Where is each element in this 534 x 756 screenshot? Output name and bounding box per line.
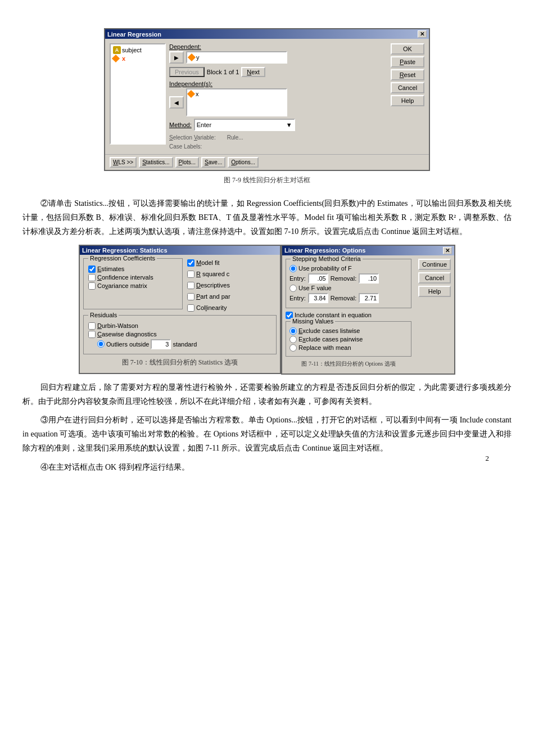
descriptives-checkbox[interactable]: [187, 282, 194, 289]
dependent-field-row: ▶ y: [169, 51, 387, 64]
outliers-label: Outliers outside: [106, 341, 149, 348]
f-entry-label: Entry:: [289, 295, 306, 302]
wls-label: WLS >>: [113, 159, 133, 165]
r-squared-row: R squared c: [187, 271, 277, 278]
casewise-row: Casewise diagnostics: [88, 331, 271, 338]
exclude-pairwise-radio[interactable]: [289, 336, 297, 343]
use-f-radio[interactable]: [289, 285, 297, 292]
dependent-label: Dependent:: [169, 43, 387, 50]
outliers-radio[interactable]: [97, 340, 105, 348]
reset-button[interactable]: Reset: [391, 69, 424, 80]
dependent-arrow-button[interactable]: ▶: [169, 51, 184, 64]
durbin-checkbox[interactable]: [88, 322, 96, 330]
paste-button[interactable]: Paste: [391, 56, 424, 68]
f-entry-row: Entry: Removal:: [289, 293, 408, 303]
next-button[interactable]: Next: [241, 67, 265, 77]
model-fit-section: Model fit R squared c Descriptives: [187, 258, 277, 313]
page-content: Linear Regression ✕ A subject x: [22, 28, 512, 474]
page-number: 2: [486, 454, 490, 463]
part-checkbox[interactable]: [187, 293, 194, 300]
r-squared-label: R squared c: [196, 271, 229, 277]
opts-dialog-title: Linear Regression: Options: [284, 247, 365, 254]
previous-button[interactable]: Previous: [169, 67, 205, 77]
outliers-value-input[interactable]: [151, 339, 171, 349]
collinearity-checkbox[interactable]: [187, 304, 194, 312]
standard-label: standard: [173, 341, 197, 348]
entry-row: Entry: Removal:: [289, 273, 408, 284]
dialog-close-button[interactable]: ✕: [418, 30, 427, 38]
method-select[interactable]: Enter ▼: [194, 119, 295, 131]
f-removal-input[interactable]: [359, 293, 379, 303]
entry-label: Entry:: [289, 275, 306, 282]
casewise-checkbox[interactable]: [88, 331, 96, 338]
descriptives-row: Descriptives: [187, 282, 277, 289]
method-value: Enter: [197, 122, 211, 128]
bottom-buttons-row: WLS >> Statistics... Plots... Save... Op…: [105, 154, 429, 170]
opts-left: Stepping Method Criteria Use probability…: [282, 255, 415, 374]
stats-dialog-title: Linear Regression: Statistics: [82, 247, 168, 254]
statistics-button[interactable]: Statistics...: [139, 157, 173, 168]
covariance-checkbox[interactable]: [88, 282, 96, 290]
exclude-listwise-row: Exclude cases listwise: [289, 327, 408, 335]
cancel-button-opts[interactable]: Cancel: [418, 272, 451, 284]
estimates-checkbox[interactable]: [88, 266, 96, 273]
confidence-label: Confidence intervals: [97, 274, 153, 281]
save-button[interactable]: Save...: [201, 157, 225, 168]
r-squared-checkbox[interactable]: [187, 271, 194, 278]
var-icon-subject: A: [113, 46, 121, 54]
linear-regression-dialog: Linear Regression ✕ A subject x: [104, 28, 430, 171]
confidence-row: Confidence intervals: [88, 274, 178, 281]
stats-top-row: Regression Coefficients Estimates Confid…: [83, 258, 277, 313]
case-labels-text: Case Labels:: [169, 143, 202, 150]
reg-coeff-title: Regression Coefficients: [88, 255, 157, 262]
plots-button[interactable]: Plots...: [175, 157, 200, 168]
replace-mean-radio[interactable]: [289, 344, 297, 352]
stats-dialog-titlebar: Linear Regression: Statistics: [80, 246, 280, 255]
help-button-opts[interactable]: Help: [418, 286, 451, 297]
removal-label: Removal:: [331, 275, 356, 282]
body-text-1: ②请单击 Statistics...按钮，可以选择需要输出的统计量，如 Regr…: [22, 196, 512, 239]
removal-value-input[interactable]: [359, 273, 379, 284]
use-prob-row: Use probability of F: [289, 265, 408, 272]
rule-btn[interactable]: Rule...: [227, 134, 243, 141]
opts-close-button[interactable]: ✕: [443, 247, 452, 254]
variable-subject: A subject: [112, 46, 164, 55]
use-f-label: Use F value: [298, 285, 332, 291]
cancel-button-main[interactable]: Cancel: [391, 82, 424, 93]
body-text-2: 回归方程建立后，除了需要对方程的显著性进行检验外，还需要检验所建立的方程是否违反…: [22, 380, 512, 408]
descriptives-label: Descriptives: [196, 282, 230, 289]
diamond-icon-indep: [187, 90, 195, 98]
f-entry-input[interactable]: [308, 293, 328, 303]
estimates-label: Estimates: [97, 266, 124, 272]
selection-variable-label: Selection Variable:: [169, 134, 216, 141]
exclude-listwise-radio[interactable]: [289, 327, 297, 335]
independent-box[interactable]: x: [186, 88, 287, 116]
opts-content: Stepping Method Criteria Use probability…: [282, 255, 454, 374]
block-label: Block 1 of 1: [207, 69, 239, 75]
body-text-4: ④在主对话框点击 OK 得到程序运行结果。: [22, 460, 512, 474]
entry-value-input[interactable]: [308, 273, 328, 284]
independent-arrow-button[interactable]: ◀: [169, 96, 184, 109]
confidence-checkbox[interactable]: [88, 274, 96, 281]
collinearity-row: Collinearity: [187, 304, 277, 312]
use-f-row: Use F value: [289, 285, 408, 292]
missing-title: Missing Values: [291, 318, 335, 325]
diamond-icon-dep: [188, 53, 196, 61]
dependent-field[interactable]: y: [186, 51, 287, 64]
paste-label: Paste: [400, 58, 415, 65]
model-fit-checkbox[interactable]: [187, 259, 194, 267]
help-button-main[interactable]: Help: [391, 95, 424, 106]
options-button[interactable]: Options...: [228, 157, 259, 168]
dialogs-row: Linear Regression: Statistics Regression…: [22, 245, 512, 375]
var-label-x: x: [122, 55, 125, 62]
block-row: Previous Block 1 of 1 Next: [169, 67, 387, 77]
dialog-titlebar: Linear Regression ✕: [105, 29, 429, 39]
case-labels-label: Case Labels:: [169, 143, 387, 150]
ok-button[interactable]: OK: [391, 43, 424, 55]
use-prob-radio[interactable]: [289, 265, 297, 272]
continue-button[interactable]: Continue: [418, 259, 451, 270]
dependent-section: Dependent: ▶ y: [169, 43, 387, 64]
wls-button[interactable]: WLS >>: [110, 157, 137, 168]
fig-caption-main: 图 7-9 线性回归分析主对话框: [98, 176, 436, 185]
stepping-title: Stepping Method Criteria: [291, 255, 363, 262]
